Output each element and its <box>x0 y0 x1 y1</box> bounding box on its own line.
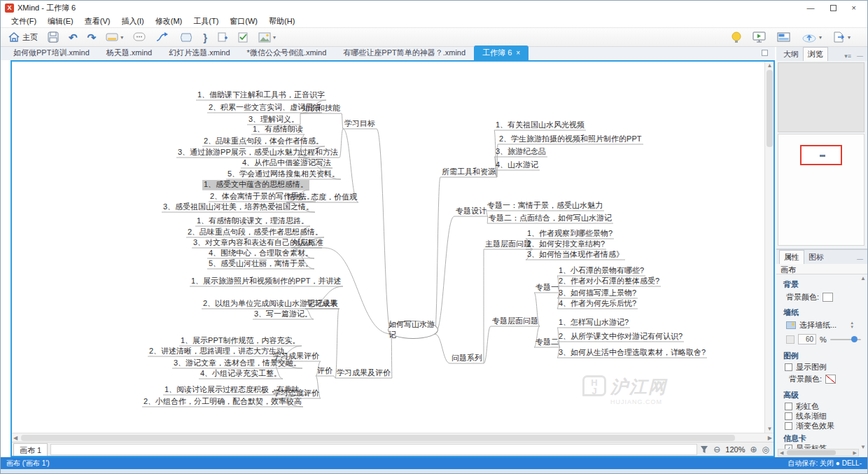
mindmap-topic-selected[interactable]: 1、感受文中蕴含的思想感情。 <box>202 180 309 190</box>
tab-properties[interactable]: 属性 <box>779 250 804 264</box>
panel-scroll-thumb[interactable] <box>787 450 836 455</box>
panel-layout-icon[interactable] <box>777 32 790 42</box>
menu-insert[interactable]: 插入(I) <box>116 15 148 28</box>
sheet-tab[interactable]: 画布 1 <box>13 443 48 456</box>
doc-tab-5[interactable]: 有哪些让座PPT简单的神器？.xmind <box>335 46 474 60</box>
panel-menu-icon[interactable]: ▾≡ <box>844 53 851 60</box>
mindmap-topic[interactable]: 4、作者为何先乐后忧? <box>557 299 638 309</box>
restore-button[interactable] <box>830 5 836 11</box>
mindmap-topic[interactable]: 专题层面问题 <box>491 316 540 326</box>
mindmap-topic[interactable]: 学习目标 <box>343 119 377 129</box>
taper-row[interactable]: 线条渐细 <box>785 411 827 421</box>
zoom-fit-icon[interactable]: ◎ <box>762 445 769 454</box>
mindmap-topic[interactable]: 1、展示PPT制作规范，内容充实。 <box>179 336 302 346</box>
filter-icon[interactable] <box>700 445 708 454</box>
mindmap-topic[interactable]: 1、有感情朗读课文，理清思路。 <box>195 216 310 226</box>
hint-lightbulb-icon[interactable] <box>732 32 741 43</box>
undo-icon[interactable]: ↶ <box>69 32 78 43</box>
mindmap-topic[interactable]: 2、品味重点句段，感受作者思想感情。 <box>186 228 324 237</box>
redo-icon[interactable]: ↷ <box>88 32 97 43</box>
panel-minimize-icon[interactable]: — <box>857 256 863 263</box>
wallpaper-spinner-icon[interactable]: ▲▼ <box>850 321 854 329</box>
image-dropdown-icon[interactable]: ▾ <box>273 34 276 41</box>
wallpaper-select-label[interactable]: 选择墙纸... <box>799 320 836 330</box>
mindmap-topic[interactable]: 3、感受祖国山河壮美，培养热爱祖国之情。 <box>162 202 315 212</box>
mindmap-topic[interactable]: 所需工具和资源 <box>440 167 497 177</box>
mindmap-topic[interactable]: 4、从作品中借鉴游记写法 <box>241 158 332 168</box>
mindmap-topic[interactable]: 3、通过旅游PP展示，感受山水魅力。 <box>176 148 309 158</box>
menu-tools[interactable]: 工具(T) <box>188 15 223 28</box>
mindmap-topic[interactable]: 3、对文章内容和表达有自己的认识。 <box>192 238 322 248</box>
navigator-viewport-rect[interactable] <box>800 145 842 165</box>
scroll-down-icon[interactable]: ▼ <box>860 444 866 450</box>
horizontal-scrollbar[interactable]: ◀ ▶ <box>12 433 774 442</box>
mindmap-topic[interactable]: 5、感受山河壮丽，寓情于景。 <box>207 259 314 269</box>
summary-icon[interactable]: } <box>203 32 207 43</box>
doc-tab-3[interactable]: 幻灯片选题.xmind <box>160 46 238 60</box>
home-button[interactable]: 主页 <box>8 32 38 43</box>
mindmap-topic[interactable]: 2、品味重点句段，体会作者情感。 <box>202 137 325 146</box>
scroll-up-icon[interactable]: ▲ <box>860 275 866 281</box>
mindmap-topic[interactable]: 专题二 <box>534 337 560 347</box>
image-button[interactable]: ▾ <box>258 32 276 43</box>
horizontal-scroll-thumb[interactable] <box>21 435 735 441</box>
mindmap-root-topic[interactable]: 如何写山水游记 <box>388 321 438 339</box>
rainbow-checkbox[interactable] <box>785 403 792 410</box>
rainbow-row[interactable]: 彩虹色 <box>785 401 819 412</box>
mindmap-topic[interactable]: 2、以组为单位完成阅读山水游记记录表 <box>202 299 340 309</box>
background-color-swatch[interactable] <box>822 293 833 302</box>
mindmap-topic[interactable]: 3、理解词义。 <box>247 115 300 125</box>
mindmap-topic[interactable]: 专题设计 <box>454 207 488 216</box>
mindmap-topic[interactable]: 1、小石潭的景物有哪些? <box>557 266 645 276</box>
minimize-button[interactable]: — <box>807 4 815 12</box>
mindmap-topic[interactable]: 专题二：点面结合，如何写山水游记 <box>487 214 613 223</box>
opacity-value-input[interactable]: 60 <box>798 334 816 344</box>
scroll-right-icon[interactable]: ▶ <box>768 435 772 441</box>
doc-tab-2[interactable]: 杨天题.xmind <box>98 46 160 60</box>
tab-close-icon[interactable]: × <box>516 49 520 57</box>
mindmap-topic[interactable]: 2、小组合作，分工明确，配合默契，效率较高 <box>142 397 303 407</box>
mindmap-topic[interactable]: 5、学会通过网络搜集相关资料。 <box>226 169 341 179</box>
export-button[interactable]: ▾ <box>833 32 850 43</box>
mindmap-topic[interactable]: 专题一：寓情于景，感受山水魅力 <box>486 201 604 211</box>
notes-icon[interactable] <box>133 32 146 42</box>
zoom-out-icon[interactable]: ⊖ <box>713 445 720 454</box>
mindmap-topic[interactable]: 1、借助课下注解和工具书，正音识字 <box>196 90 326 100</box>
maximize-editor-icon[interactable] <box>762 50 768 56</box>
mindmap-topic[interactable]: 3、写一篇游记。 <box>253 309 314 319</box>
mindmap-topic[interactable]: 2、学生旅游拍摄的视频和照片制作的PPT <box>498 134 643 144</box>
panel-vertical-scrollbar[interactable]: ▲ ▼ <box>859 275 867 450</box>
task-icon[interactable] <box>238 32 248 43</box>
menu-file[interactable]: 文件(F) <box>6 15 41 28</box>
doc-tab-4[interactable]: *微信公众号倒流.xmind <box>239 46 335 60</box>
mindmap-topic[interactable]: 2、讲述清晰，思路调理，讲态大方生动。 <box>148 347 293 356</box>
legend-show-row[interactable]: 显示图例 <box>785 362 827 372</box>
mindmap-topic[interactable]: 1、怎样写山水游记? <box>557 318 630 328</box>
taper-checkbox[interactable] <box>785 412 792 420</box>
zoom-in-icon[interactable]: ⊕ <box>750 445 757 454</box>
gradient-row[interactable]: 渐变色效果 <box>785 421 834 431</box>
mindmap-topic[interactable]: 3、游记文章，选材合理，情景交融。 <box>172 358 302 368</box>
legend-bg-swatch[interactable] <box>825 375 836 384</box>
menu-view[interactable]: 查看(V) <box>80 15 115 28</box>
mindmap-topic[interactable]: 3、如何从生活中合理选取素材，详略取舍? <box>557 348 707 358</box>
tab-browse[interactable]: 浏览 <box>803 47 828 61</box>
gradient-checkbox[interactable] <box>785 422 792 430</box>
presentation-icon[interactable] <box>752 32 766 43</box>
mindmap-topic[interactable]: 2、体会寓情于景的写作手法。 <box>209 192 316 202</box>
mindmap-topic[interactable]: 3、旅游纪念品 <box>494 147 547 157</box>
cloud-dropdown-icon[interactable]: ▾ <box>819 34 822 41</box>
mindmap-topic[interactable]: 专题一 <box>534 283 560 293</box>
tab-icons[interactable]: 图标 <box>804 251 828 264</box>
mindmap-topic[interactable]: 2、作者对小石潭的整体感受? <box>557 277 661 286</box>
mindmap-topic[interactable]: 1、作者观察到哪些景物? <box>526 229 614 239</box>
opacity-slider[interactable] <box>830 339 861 340</box>
close-button[interactable]: × <box>852 4 856 12</box>
panel-horizontal-scrollbar[interactable]: ◀ ▶ <box>778 449 859 456</box>
menu-edit[interactable]: 编辑(E) <box>43 15 78 28</box>
mindmap-topic[interactable]: 2、积累一些文言实词、虚词用法 <box>207 103 322 113</box>
wallpaper-select-row[interactable]: 选择墙纸... ▲▼ <box>786 320 854 330</box>
tab-outline[interactable]: 大纲 <box>779 48 803 61</box>
export-dropdown-icon[interactable]: ▾ <box>848 34 850 41</box>
mindmap-topic[interactable]: 3、如何恰当体现作者情感》 <box>526 250 625 260</box>
